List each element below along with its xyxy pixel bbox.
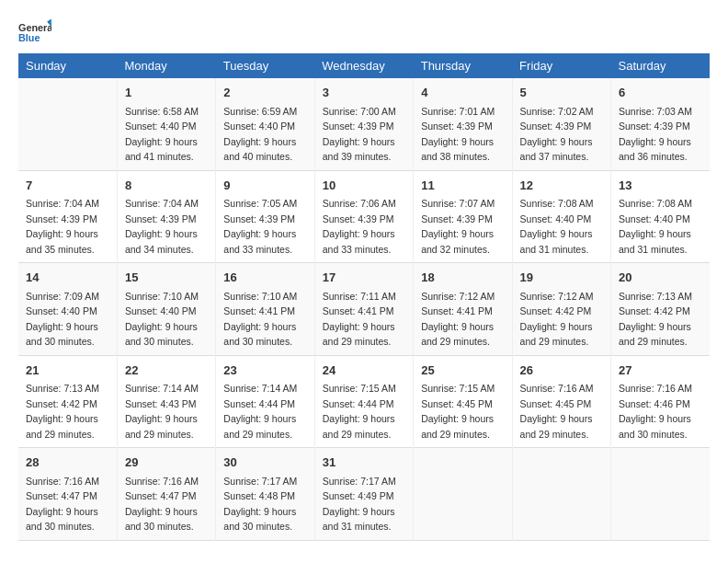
cell-info: Sunrise: 7:13 AMSunset: 4:42 PMDaylight:… (26, 383, 99, 440)
calendar-cell: 30 Sunrise: 7:17 AMSunset: 4:48 PMDaylig… (216, 448, 314, 541)
cell-info: Sunrise: 7:15 AMSunset: 4:44 PMDaylight:… (323, 383, 396, 440)
day-number: 24 (323, 362, 405, 380)
calendar-cell: 18 Sunrise: 7:12 AMSunset: 4:41 PMDaylig… (414, 263, 512, 356)
calendar-cell: 20 Sunrise: 7:13 AMSunset: 4:42 PMDaylig… (611, 263, 710, 356)
calendar-week-row: 14 Sunrise: 7:09 AMSunset: 4:40 PMDaylig… (18, 263, 710, 356)
cell-info: Sunrise: 7:10 AMSunset: 4:41 PMDaylight:… (223, 291, 297, 348)
page-header: General Blue (18, 18, 710, 44)
cell-info: Sunrise: 7:03 AMSunset: 4:39 PMDaylight:… (619, 106, 692, 163)
calendar-cell: 22 Sunrise: 7:14 AMSunset: 4:43 PMDaylig… (117, 355, 215, 448)
calendar-cell: 11 Sunrise: 7:07 AMSunset: 4:39 PMDaylig… (414, 170, 512, 263)
calendar-cell: 12 Sunrise: 7:08 AMSunset: 4:40 PMDaylig… (512, 170, 610, 263)
calendar-cell: 15 Sunrise: 7:10 AMSunset: 4:40 PMDaylig… (117, 263, 215, 356)
weekday-header-row: SundayMondayTuesdayWednesdayThursdayFrid… (18, 53, 710, 78)
day-number: 6 (619, 84, 702, 102)
day-number: 8 (125, 177, 208, 195)
calendar-cell (611, 448, 710, 541)
cell-info: Sunrise: 7:11 AMSunset: 4:41 PMDaylight:… (323, 291, 396, 348)
cell-info: Sunrise: 7:04 AMSunset: 4:39 PMDaylight:… (26, 198, 99, 255)
calendar-cell: 7 Sunrise: 7:04 AMSunset: 4:39 PMDayligh… (18, 170, 117, 263)
weekday-header: Sunday (18, 53, 117, 78)
day-number: 22 (125, 362, 208, 380)
calendar-cell: 26 Sunrise: 7:16 AMSunset: 4:45 PMDaylig… (512, 355, 610, 448)
cell-info: Sunrise: 7:09 AMSunset: 4:40 PMDaylight:… (26, 291, 99, 348)
calendar-cell: 29 Sunrise: 7:16 AMSunset: 4:47 PMDaylig… (117, 448, 215, 541)
weekday-header: Thursday (414, 53, 512, 78)
calendar-cell: 8 Sunrise: 7:04 AMSunset: 4:39 PMDayligh… (117, 170, 215, 263)
day-number: 29 (125, 454, 208, 472)
cell-info: Sunrise: 7:16 AMSunset: 4:45 PMDaylight:… (520, 383, 594, 440)
calendar-cell: 9 Sunrise: 7:05 AMSunset: 4:39 PMDayligh… (216, 170, 314, 263)
cell-info: Sunrise: 7:00 AMSunset: 4:39 PMDaylight:… (323, 106, 396, 163)
calendar-cell: 24 Sunrise: 7:15 AMSunset: 4:44 PMDaylig… (314, 355, 413, 448)
cell-info: Sunrise: 7:14 AMSunset: 4:44 PMDaylight:… (223, 383, 297, 440)
calendar-week-row: 7 Sunrise: 7:04 AMSunset: 4:39 PMDayligh… (18, 170, 710, 263)
day-number: 30 (223, 454, 306, 472)
cell-info: Sunrise: 7:04 AMSunset: 4:39 PMDaylight:… (125, 198, 199, 255)
day-number: 20 (619, 269, 702, 287)
calendar-table: SundayMondayTuesdayWednesdayThursdayFrid… (18, 53, 710, 541)
cell-info: Sunrise: 7:08 AMSunset: 4:40 PMDaylight:… (520, 198, 594, 255)
cell-info: Sunrise: 7:12 AMSunset: 4:42 PMDaylight:… (520, 291, 594, 348)
cell-info: Sunrise: 7:10 AMSunset: 4:40 PMDaylight:… (125, 291, 199, 348)
weekday-header: Friday (512, 53, 610, 78)
cell-info: Sunrise: 7:16 AMSunset: 4:47 PMDaylight:… (125, 476, 199, 533)
day-number: 16 (223, 269, 306, 287)
cell-info: Sunrise: 6:59 AMSunset: 4:40 PMDaylight:… (223, 106, 297, 163)
day-number: 9 (223, 177, 306, 195)
day-number: 2 (223, 84, 306, 102)
cell-info: Sunrise: 7:14 AMSunset: 4:43 PMDaylight:… (125, 383, 199, 440)
calendar-cell: 4 Sunrise: 7:01 AMSunset: 4:39 PMDayligh… (414, 78, 512, 170)
day-number: 10 (323, 177, 405, 195)
calendar-cell: 28 Sunrise: 7:16 AMSunset: 4:47 PMDaylig… (18, 448, 117, 541)
cell-info: Sunrise: 7:05 AMSunset: 4:39 PMDaylight:… (223, 198, 297, 255)
day-number: 5 (520, 84, 603, 102)
calendar-cell: 23 Sunrise: 7:14 AMSunset: 4:44 PMDaylig… (216, 355, 314, 448)
calendar-cell: 31 Sunrise: 7:17 AMSunset: 4:49 PMDaylig… (314, 448, 413, 541)
cell-info: Sunrise: 7:07 AMSunset: 4:39 PMDaylight:… (421, 198, 495, 255)
cell-info: Sunrise: 7:17 AMSunset: 4:48 PMDaylight:… (223, 476, 297, 533)
day-number: 12 (520, 177, 603, 195)
day-number: 17 (323, 269, 405, 287)
calendar-cell (414, 448, 512, 541)
day-number: 4 (421, 84, 504, 102)
calendar-cell: 16 Sunrise: 7:10 AMSunset: 4:41 PMDaylig… (216, 263, 314, 356)
cell-info: Sunrise: 7:15 AMSunset: 4:45 PMDaylight:… (421, 383, 495, 440)
calendar-cell: 19 Sunrise: 7:12 AMSunset: 4:42 PMDaylig… (512, 263, 610, 356)
cell-info: Sunrise: 7:01 AMSunset: 4:39 PMDaylight:… (421, 106, 495, 163)
day-number: 18 (421, 269, 504, 287)
day-number: 28 (26, 454, 109, 472)
svg-text:Blue: Blue (18, 32, 40, 43)
weekday-header: Saturday (611, 53, 710, 78)
day-number: 31 (323, 454, 405, 472)
day-number: 15 (125, 269, 208, 287)
day-number: 7 (26, 177, 109, 195)
cell-info: Sunrise: 7:13 AMSunset: 4:42 PMDaylight:… (619, 291, 692, 348)
calendar-cell: 13 Sunrise: 7:08 AMSunset: 4:40 PMDaylig… (611, 170, 710, 263)
calendar-cell (18, 78, 117, 170)
weekday-header: Monday (117, 53, 215, 78)
calendar-cell: 2 Sunrise: 6:59 AMSunset: 4:40 PMDayligh… (216, 78, 314, 170)
calendar-cell (512, 448, 610, 541)
day-number: 14 (26, 269, 109, 287)
calendar-cell: 14 Sunrise: 7:09 AMSunset: 4:40 PMDaylig… (18, 263, 117, 356)
cell-info: Sunrise: 6:58 AMSunset: 4:40 PMDaylight:… (125, 106, 199, 163)
calendar-cell: 5 Sunrise: 7:02 AMSunset: 4:39 PMDayligh… (512, 78, 610, 170)
day-number: 13 (619, 177, 702, 195)
day-number: 25 (421, 362, 504, 380)
weekday-header: Tuesday (216, 53, 314, 78)
cell-info: Sunrise: 7:02 AMSunset: 4:39 PMDaylight:… (520, 106, 594, 163)
cell-info: Sunrise: 7:06 AMSunset: 4:39 PMDaylight:… (323, 198, 396, 255)
calendar-cell: 6 Sunrise: 7:03 AMSunset: 4:39 PMDayligh… (611, 78, 710, 170)
day-number: 11 (421, 177, 504, 195)
day-number: 27 (619, 362, 702, 380)
calendar-cell: 10 Sunrise: 7:06 AMSunset: 4:39 PMDaylig… (314, 170, 413, 263)
day-number: 3 (323, 84, 405, 102)
calendar-cell: 27 Sunrise: 7:16 AMSunset: 4:46 PMDaylig… (611, 355, 710, 448)
calendar-cell: 25 Sunrise: 7:15 AMSunset: 4:45 PMDaylig… (414, 355, 512, 448)
day-number: 1 (125, 84, 208, 102)
calendar-cell: 3 Sunrise: 7:00 AMSunset: 4:39 PMDayligh… (314, 78, 413, 170)
cell-info: Sunrise: 7:16 AMSunset: 4:46 PMDaylight:… (619, 383, 692, 440)
day-number: 19 (520, 269, 603, 287)
day-number: 21 (26, 362, 109, 380)
